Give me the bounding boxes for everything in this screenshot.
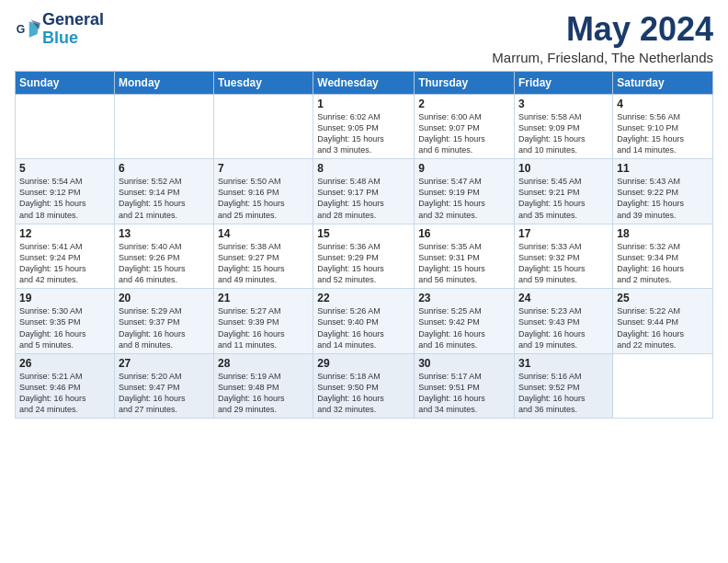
table-row bbox=[114, 94, 213, 159]
day-number: 24 bbox=[518, 292, 609, 304]
table-row: 25Sunrise: 5:22 AM Sunset: 9:44 PM Dayli… bbox=[613, 289, 713, 354]
day-info: Sunrise: 5:18 AM Sunset: 9:50 PM Dayligh… bbox=[317, 371, 410, 416]
day-number: 12 bbox=[19, 227, 110, 240]
table-row: 20Sunrise: 5:29 AM Sunset: 9:37 PM Dayli… bbox=[114, 289, 213, 354]
day-number: 14 bbox=[218, 227, 309, 240]
table-row: 3Sunrise: 5:58 AM Sunset: 9:09 PM Daylig… bbox=[515, 94, 613, 159]
table-row: 5Sunrise: 5:54 AM Sunset: 9:12 PM Daylig… bbox=[16, 159, 115, 224]
table-row: 24Sunrise: 5:23 AM Sunset: 9:43 PM Dayli… bbox=[515, 289, 613, 354]
day-info: Sunrise: 5:58 AM Sunset: 9:09 PM Dayligh… bbox=[518, 111, 609, 156]
calendar-week-row: 19Sunrise: 5:30 AM Sunset: 9:35 PM Dayli… bbox=[16, 289, 713, 354]
location: Marrum, Friesland, The Netherlands bbox=[492, 50, 713, 65]
table-row: 11Sunrise: 5:43 AM Sunset: 9:22 PM Dayli… bbox=[613, 159, 713, 224]
table-row: 8Sunrise: 5:48 AM Sunset: 9:17 PM Daylig… bbox=[313, 159, 415, 224]
table-row: 14Sunrise: 5:38 AM Sunset: 9:27 PM Dayli… bbox=[214, 224, 313, 289]
table-row: 21Sunrise: 5:27 AM Sunset: 9:39 PM Dayli… bbox=[214, 289, 313, 354]
day-number: 27 bbox=[119, 357, 210, 370]
logo: G General Blue bbox=[15, 11, 104, 48]
table-row: 19Sunrise: 5:30 AM Sunset: 9:35 PM Dayli… bbox=[16, 289, 115, 354]
table-row: 6Sunrise: 5:52 AM Sunset: 9:14 PM Daylig… bbox=[114, 159, 213, 224]
calendar-wrapper: Sunday Monday Tuesday Wednesday Thursday… bbox=[0, 71, 728, 419]
day-number: 5 bbox=[19, 162, 110, 175]
day-number: 23 bbox=[418, 292, 510, 304]
day-info: Sunrise: 6:00 AM Sunset: 9:07 PM Dayligh… bbox=[418, 111, 510, 156]
day-number: 16 bbox=[418, 227, 510, 240]
calendar-week-row: 1Sunrise: 6:02 AM Sunset: 9:05 PM Daylig… bbox=[16, 94, 713, 159]
day-number: 9 bbox=[418, 162, 510, 175]
day-info: Sunrise: 5:41 AM Sunset: 9:24 PM Dayligh… bbox=[19, 241, 110, 286]
day-info: Sunrise: 5:19 AM Sunset: 9:48 PM Dayligh… bbox=[218, 371, 309, 416]
day-info: Sunrise: 5:56 AM Sunset: 9:10 PM Dayligh… bbox=[617, 111, 709, 156]
day-info: Sunrise: 5:47 AM Sunset: 9:19 PM Dayligh… bbox=[418, 176, 510, 221]
calendar-week-row: 5Sunrise: 5:54 AM Sunset: 9:12 PM Daylig… bbox=[16, 159, 713, 224]
day-number: 28 bbox=[218, 357, 309, 370]
calendar-week-row: 26Sunrise: 5:21 AM Sunset: 9:46 PM Dayli… bbox=[16, 353, 713, 419]
day-number: 31 bbox=[518, 357, 609, 370]
table-row: 1Sunrise: 6:02 AM Sunset: 9:05 PM Daylig… bbox=[313, 94, 415, 159]
table-row: 15Sunrise: 5:36 AM Sunset: 9:29 PM Dayli… bbox=[313, 224, 415, 289]
table-row: 13Sunrise: 5:40 AM Sunset: 9:26 PM Dayli… bbox=[114, 224, 213, 289]
day-info: Sunrise: 5:23 AM Sunset: 9:43 PM Dayligh… bbox=[518, 305, 609, 350]
day-number: 30 bbox=[418, 357, 510, 370]
table-row: 9Sunrise: 5:47 AM Sunset: 9:19 PM Daylig… bbox=[415, 159, 515, 224]
day-number: 26 bbox=[19, 357, 110, 370]
day-info: Sunrise: 5:17 AM Sunset: 9:51 PM Dayligh… bbox=[418, 371, 510, 416]
day-info: Sunrise: 6:02 AM Sunset: 9:05 PM Dayligh… bbox=[317, 111, 410, 156]
table-row: 7Sunrise: 5:50 AM Sunset: 9:16 PM Daylig… bbox=[214, 159, 313, 224]
day-number: 7 bbox=[218, 162, 309, 175]
day-number: 19 bbox=[19, 292, 110, 304]
day-number: 3 bbox=[518, 98, 609, 110]
table-row: 31Sunrise: 5:16 AM Sunset: 9:52 PM Dayli… bbox=[515, 353, 613, 419]
day-number: 25 bbox=[617, 292, 709, 304]
logo-line2: Blue bbox=[42, 29, 104, 48]
day-number: 6 bbox=[119, 162, 210, 175]
month-title: May 2024 bbox=[492, 11, 713, 48]
day-info: Sunrise: 5:33 AM Sunset: 9:32 PM Dayligh… bbox=[518, 241, 609, 286]
day-number: 4 bbox=[617, 98, 709, 110]
day-number: 2 bbox=[418, 98, 510, 110]
calendar-header-row: Sunday Monday Tuesday Wednesday Thursday… bbox=[16, 71, 713, 94]
table-row bbox=[16, 94, 115, 159]
table-row: 27Sunrise: 5:20 AM Sunset: 9:47 PM Dayli… bbox=[114, 353, 213, 419]
day-info: Sunrise: 5:50 AM Sunset: 9:16 PM Dayligh… bbox=[218, 176, 309, 221]
day-number: 8 bbox=[317, 162, 410, 175]
col-saturday: Saturday bbox=[613, 71, 713, 94]
logo-line1: General bbox=[42, 11, 104, 29]
day-info: Sunrise: 5:43 AM Sunset: 9:22 PM Dayligh… bbox=[617, 176, 709, 221]
svg-text:G: G bbox=[17, 22, 26, 35]
day-number: 11 bbox=[617, 162, 709, 175]
logo-text: General Blue bbox=[42, 11, 104, 48]
table-row: 30Sunrise: 5:17 AM Sunset: 9:51 PM Dayli… bbox=[415, 353, 515, 419]
table-row bbox=[613, 353, 713, 419]
day-number: 29 bbox=[317, 357, 410, 370]
day-number: 13 bbox=[119, 227, 210, 240]
day-info: Sunrise: 5:38 AM Sunset: 9:27 PM Dayligh… bbox=[218, 241, 309, 286]
day-number: 18 bbox=[617, 227, 709, 240]
day-info: Sunrise: 5:35 AM Sunset: 9:31 PM Dayligh… bbox=[418, 241, 510, 286]
day-number: 10 bbox=[518, 162, 609, 175]
table-row: 22Sunrise: 5:26 AM Sunset: 9:40 PM Dayli… bbox=[313, 289, 415, 354]
col-thursday: Thursday bbox=[415, 71, 515, 94]
col-wednesday: Wednesday bbox=[313, 71, 415, 94]
table-row: 29Sunrise: 5:18 AM Sunset: 9:50 PM Dayli… bbox=[313, 353, 415, 419]
day-number: 21 bbox=[218, 292, 309, 304]
day-info: Sunrise: 5:54 AM Sunset: 9:12 PM Dayligh… bbox=[19, 176, 110, 221]
table-row: 2Sunrise: 6:00 AM Sunset: 9:07 PM Daylig… bbox=[415, 94, 515, 159]
col-tuesday: Tuesday bbox=[214, 71, 313, 94]
col-sunday: Sunday bbox=[16, 71, 115, 94]
day-number: 17 bbox=[518, 227, 609, 240]
table-row: 4Sunrise: 5:56 AM Sunset: 9:10 PM Daylig… bbox=[613, 94, 713, 159]
day-info: Sunrise: 5:25 AM Sunset: 9:42 PM Dayligh… bbox=[418, 305, 510, 350]
day-info: Sunrise: 5:22 AM Sunset: 9:44 PM Dayligh… bbox=[617, 305, 709, 350]
table-row bbox=[214, 94, 313, 159]
day-number: 15 bbox=[317, 227, 410, 240]
day-info: Sunrise: 5:36 AM Sunset: 9:29 PM Dayligh… bbox=[317, 241, 410, 286]
table-row: 28Sunrise: 5:19 AM Sunset: 9:48 PM Dayli… bbox=[214, 353, 313, 419]
col-friday: Friday bbox=[515, 71, 613, 94]
calendar-table: Sunday Monday Tuesday Wednesday Thursday… bbox=[15, 71, 713, 419]
table-row: 23Sunrise: 5:25 AM Sunset: 9:42 PM Dayli… bbox=[415, 289, 515, 354]
col-monday: Monday bbox=[114, 71, 213, 94]
calendar-week-row: 12Sunrise: 5:41 AM Sunset: 9:24 PM Dayli… bbox=[16, 224, 713, 289]
day-info: Sunrise: 5:27 AM Sunset: 9:39 PM Dayligh… bbox=[218, 305, 309, 350]
day-info: Sunrise: 5:21 AM Sunset: 9:46 PM Dayligh… bbox=[19, 371, 110, 416]
